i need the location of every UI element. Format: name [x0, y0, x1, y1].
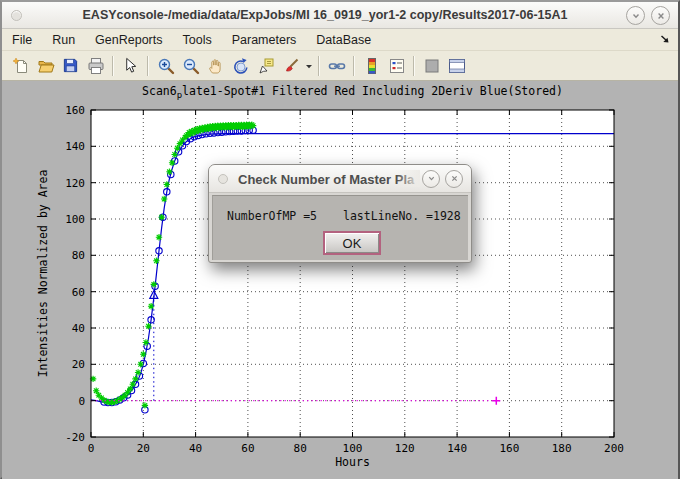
new-figure-button[interactable] [8, 54, 33, 78]
dialog-titlebar[interactable]: Check Number of Master Pla [209, 165, 471, 193]
colorbar-icon [363, 57, 381, 75]
legend-icon [388, 57, 406, 75]
zoom-in-button[interactable] [153, 54, 178, 78]
print-figure-button[interactable] [83, 54, 108, 78]
menu-genreports[interactable]: GenReports [85, 33, 172, 47]
plot-title: Scan6plate1-Spot#1 Filtered Red Includin… [142, 84, 563, 100]
dialog-menu-icon[interactable] [218, 174, 228, 184]
y-tick-label: 20 [72, 358, 85, 371]
data-cursor-button[interactable] [253, 54, 278, 78]
window-menu-icon[interactable] [11, 10, 22, 21]
save-figure-button[interactable] [58, 54, 83, 78]
hand-icon [207, 57, 225, 75]
plot-svg: 020406080100120140160180200-200204060801… [2, 81, 678, 479]
dialog-body: NumberOfMP =5lastLineNo. =1928 OK [212, 195, 468, 260]
dialog-title: Check Number of Master Pla [238, 172, 414, 187]
menu-tools[interactable]: Tools [173, 33, 222, 47]
dialog-close-button[interactable] [445, 170, 463, 188]
brush-icon [282, 57, 300, 75]
pan-button[interactable] [203, 54, 228, 78]
y-axis-label: Intensities Normalized by Area [36, 170, 50, 378]
dialog-title-wrap: Check Number of Master Pla [238, 170, 420, 187]
save-floppy-icon [62, 57, 79, 74]
chevron-down-icon [631, 11, 641, 21]
menu-bar: File Run GenReports Tools Parameters Dat… [2, 29, 678, 51]
x-tick-label: 40 [189, 442, 202, 455]
plottools-show-button[interactable] [444, 54, 469, 78]
x-tick-label: 80 [294, 442, 307, 455]
brush-dropdown-button[interactable] [303, 54, 314, 78]
plottools-hide-button[interactable] [419, 54, 444, 78]
dialog-check-number-of-master-plates: Check Number of Master Pla NumberOfMP =5… [208, 164, 472, 263]
dialog-message-lastlineno: lastLineNo. =1928 [343, 209, 461, 223]
rotate-3d-icon [232, 57, 250, 75]
window-close-button[interactable] [651, 6, 670, 25]
x-tick-label: 100 [343, 442, 363, 455]
open-folder-icon [37, 57, 55, 75]
rotate-3d-button[interactable] [228, 54, 253, 78]
y-tick-label: 120 [65, 177, 85, 190]
x-axis-label: Hours [335, 455, 370, 469]
plot-canvas [91, 110, 614, 437]
link-plots-button[interactable] [324, 54, 349, 78]
x-tick-label: 20 [137, 442, 150, 455]
y-tick-label: 160 [65, 104, 85, 117]
plottools-show-icon [448, 57, 466, 75]
x-tick-label: 180 [552, 442, 572, 455]
toolbar [2, 51, 678, 81]
x-tick-label: 200 [604, 442, 624, 455]
edit-plot-button[interactable] [118, 54, 143, 78]
window-shade-button[interactable] [626, 6, 645, 25]
link-chain-icon [328, 57, 346, 75]
open-file-button[interactable] [33, 54, 58, 78]
menu-database[interactable]: DataBase [306, 33, 381, 47]
y-tick-label: 100 [65, 213, 85, 226]
pointer-arrow-icon [122, 57, 139, 74]
ok-button[interactable]: OK [323, 231, 381, 255]
toolbar-separator [413, 56, 415, 76]
new-figure-icon [12, 57, 30, 75]
x-tick-label: 160 [499, 442, 519, 455]
toolbar-separator [318, 56, 320, 76]
printer-icon [87, 57, 105, 75]
zoom-in-icon [157, 57, 175, 75]
zoom-out-button[interactable] [178, 54, 203, 78]
y-tick-label: 80 [72, 249, 85, 262]
plottools-hide-icon [423, 57, 441, 75]
x-tick-label: 120 [395, 442, 415, 455]
x-tick-label: 0 [88, 442, 95, 455]
close-icon [450, 174, 459, 183]
y-tick-label: 40 [72, 322, 85, 335]
figure-area: 020406080100120140160180200-200204060801… [2, 81, 678, 479]
y-tick-label: -20 [65, 431, 85, 444]
zoom-out-icon [182, 57, 200, 75]
menu-parameters[interactable]: Parameters [222, 33, 307, 47]
window-title: EASYconsole-/media/data/ExpJobs/MI 16_09… [2, 8, 678, 22]
insert-legend-button[interactable] [384, 54, 409, 78]
x-tick-label: 140 [447, 442, 467, 455]
brush-button[interactable] [278, 54, 303, 78]
menu-run[interactable]: Run [42, 33, 85, 47]
dialog-message-numberofmp: NumberOfMP =5 [227, 209, 317, 223]
toolbar-separator [112, 56, 114, 76]
dialog-message: NumberOfMP =5lastLineNo. =1928 [227, 209, 461, 223]
menu-file[interactable]: File [2, 33, 42, 47]
window-titlebar[interactable]: EASYconsole-/media/data/ExpJobs/MI 16_09… [2, 2, 678, 29]
dialog-shade-button[interactable] [422, 170, 440, 188]
toolbar-separator [353, 56, 355, 76]
chevron-down-icon [427, 174, 436, 183]
insert-colorbar-button[interactable] [359, 54, 384, 78]
y-tick-label: 60 [72, 286, 85, 299]
app-window: EASYconsole-/media/data/ExpJobs/MI 16_09… [0, 0, 680, 479]
x-tick-label: 60 [241, 442, 254, 455]
menu-detach-arrow-icon[interactable] [659, 33, 671, 45]
data-cursor-icon [257, 57, 275, 75]
y-tick-label: 140 [65, 140, 85, 153]
toolbar-separator [147, 56, 149, 76]
close-icon [656, 11, 666, 21]
dropdown-caret-icon [305, 57, 313, 75]
y-tick-label: 0 [78, 395, 85, 408]
